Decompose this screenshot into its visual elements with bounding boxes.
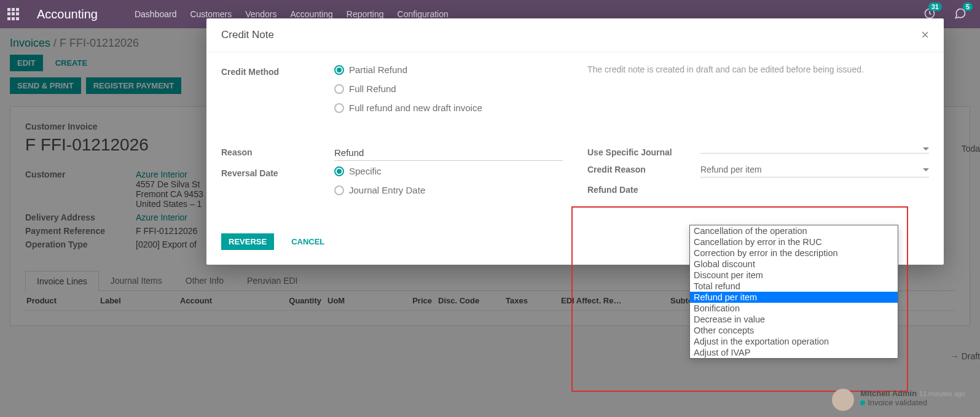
radio-specific-date[interactable]: Specific bbox=[334, 166, 563, 176]
refund-date-label: Refund Date bbox=[587, 182, 700, 195]
credit-method-label: Credit Method bbox=[221, 64, 334, 77]
reason-input[interactable] bbox=[334, 145, 563, 161]
credit-note-hint: The credit note is created in draft and … bbox=[587, 64, 929, 74]
radio-icon bbox=[334, 65, 344, 75]
credit-reason-option[interactable]: Decrease in value bbox=[690, 314, 898, 325]
credit-reason-option-selected[interactable]: Refund per item bbox=[690, 292, 898, 303]
credit-reason-option[interactable]: Cancellation by error in the RUC bbox=[690, 236, 898, 247]
credit-reason-label: Credit Reason bbox=[587, 162, 700, 174]
modal-title: Credit Note bbox=[221, 29, 274, 41]
reason-label: Reason bbox=[221, 145, 334, 157]
main-menu: Dashboard Customers Vendors Accounting R… bbox=[135, 9, 449, 19]
menu-vendors[interactable]: Vendors bbox=[245, 9, 276, 19]
radio-journal-entry-date[interactable]: Journal Entry Date bbox=[334, 185, 563, 195]
credit-reason-option[interactable]: Cancellation of the operation bbox=[690, 225, 898, 236]
radio-icon bbox=[334, 84, 344, 94]
radio-full-refund-draft[interactable]: Full refund and new draft invoice bbox=[334, 103, 563, 113]
menu-customers[interactable]: Customers bbox=[190, 9, 232, 19]
menu-reporting[interactable]: Reporting bbox=[347, 9, 384, 19]
menu-accounting[interactable]: Accounting bbox=[291, 9, 333, 19]
chatter-author[interactable]: Mitchell Admin bbox=[860, 389, 917, 398]
credit-reason-option[interactable]: Adjust in the exportation operation bbox=[690, 336, 898, 347]
radio-icon bbox=[334, 166, 344, 176]
caret-down-icon bbox=[923, 147, 929, 150]
menu-dashboard[interactable]: Dashboard bbox=[135, 9, 177, 19]
credit-reason-select[interactable]: Refund per item bbox=[700, 162, 929, 177]
radio-full-refund[interactable]: Full Refund bbox=[334, 84, 563, 94]
credit-reason-option[interactable]: Global discount bbox=[690, 259, 898, 270]
credit-reason-option[interactable]: Correction by error in the description bbox=[690, 247, 898, 259]
credit-reason-option[interactable]: Bonification bbox=[690, 303, 898, 314]
menu-configuration[interactable]: Configuration bbox=[398, 9, 449, 19]
credit-reason-option[interactable]: Adjust of IVAP bbox=[690, 347, 898, 358]
credit-reason-option[interactable]: Discount per item bbox=[690, 270, 898, 281]
use-journal-label: Use Specific Journal bbox=[587, 145, 700, 157]
chat-indicator[interactable]: 5 bbox=[954, 7, 966, 21]
app-brand[interactable]: Accounting bbox=[37, 7, 98, 21]
clock-badge: 31 bbox=[928, 2, 942, 11]
modal-close-button[interactable]: × bbox=[921, 28, 929, 42]
chat-badge: 5 bbox=[963, 2, 973, 11]
chatter-time: 11 minutes ago bbox=[919, 390, 965, 397]
chatter-message: Mitchell Admin 11 minutes ago Invoice va… bbox=[832, 389, 965, 411]
avatar[interactable] bbox=[832, 389, 854, 411]
use-journal-select[interactable] bbox=[700, 145, 929, 154]
chatter-status: Invoice validated bbox=[868, 398, 927, 407]
cancel-button[interactable]: Cancel bbox=[284, 233, 332, 250]
reverse-button[interactable]: Reverse bbox=[221, 233, 274, 250]
reversal-date-label: Reversal Date bbox=[221, 166, 334, 178]
credit-reason-option[interactable]: Other concepts bbox=[690, 325, 898, 336]
radio-partial-refund[interactable]: Partial Refund bbox=[334, 64, 563, 75]
credit-reason-option[interactable]: Total refund bbox=[690, 281, 898, 292]
credit-reason-dropdown: Cancellation of the operation Cancellati… bbox=[689, 225, 898, 359]
radio-icon bbox=[334, 185, 344, 195]
apps-grid-icon[interactable] bbox=[7, 8, 20, 20]
radio-icon bbox=[334, 103, 344, 113]
status-dot-icon bbox=[860, 400, 865, 405]
caret-down-icon bbox=[923, 168, 929, 171]
